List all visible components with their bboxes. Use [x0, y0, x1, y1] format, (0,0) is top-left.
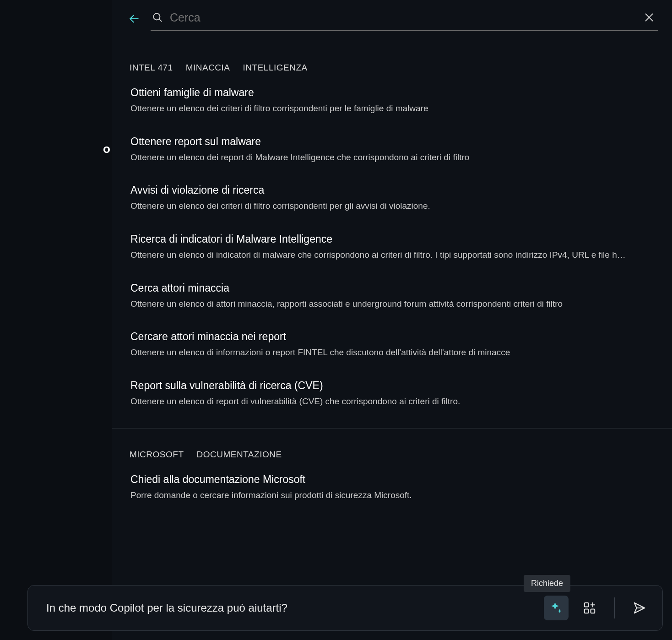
result-desc: Ottenere un elenco di indicatori di malw… [130, 249, 652, 261]
result-title: Report sulla vulnerabilità di ricerca (C… [130, 380, 658, 392]
sources-button[interactable] [580, 598, 600, 618]
result-item[interactable]: Ricerca di indicatori di Malware Intelli… [130, 233, 658, 261]
sparkle-icon [549, 601, 563, 615]
prompts-tooltip: Richiede [524, 575, 570, 592]
cutoff-text: o [103, 142, 110, 156]
search-field-wrapper [151, 6, 658, 31]
close-icon [643, 11, 655, 23]
result-item[interactable]: Cercare attori minaccia nei report Otten… [130, 331, 658, 358]
result-item[interactable]: Cerca attori minaccia Ottenere un elenco… [130, 282, 658, 310]
result-desc: Porre domande o cercare informazioni sui… [130, 489, 652, 501]
search-panel: INTEL 471 MINACCIA INTELLIGENZA Ottieni … [112, 0, 672, 640]
section-header-intel471: INTEL 471 MINACCIA INTELLIGENZA [130, 63, 658, 73]
close-button[interactable] [641, 9, 657, 26]
separator [614, 597, 615, 618]
prompt-actions: Richiede [544, 596, 650, 620]
svg-rect-4 [585, 603, 589, 607]
result-title: Ottenere report sul malware [130, 136, 658, 148]
section-header-part: DOCUMENTAZIONE [197, 450, 282, 460]
result-desc: Ottenere un elenco dei criteri di filtro… [130, 103, 652, 114]
section-header-part: INTEL 471 [130, 63, 173, 73]
result-desc: Ottenere un elenco di informazioni o rep… [130, 347, 652, 358]
search-input[interactable] [170, 11, 634, 24]
search-icon [152, 11, 163, 23]
section-header-microsoft-docs: MICROSOFT DOCUMENTAZIONE [130, 450, 658, 460]
result-desc: Ottenere un elenco di report di vulnerab… [130, 396, 652, 407]
svg-line-1 [159, 19, 162, 22]
result-desc: Ottenere un elenco di attori minaccia, r… [130, 298, 652, 310]
result-title: Cerca attori minaccia [130, 282, 658, 294]
result-title: Ottieni famiglie di malware [130, 87, 658, 99]
send-icon [633, 601, 646, 615]
prompt-bar: In che modo Copilot per la sicurezza può… [27, 585, 663, 631]
result-item[interactable]: Chiedi alla documentazione Microsoft Por… [130, 473, 658, 501]
left-panel-stub: o [0, 0, 112, 640]
result-title: Cercare attori minaccia nei report [130, 331, 658, 343]
back-button[interactable] [126, 11, 142, 27]
grid-plus-icon [583, 601, 596, 615]
result-desc: Ottenere un elenco dei report di Malware… [130, 152, 652, 163]
prompt-input[interactable]: In che modo Copilot per la sicurezza può… [46, 602, 544, 614]
section-header-part: INTELLIGENZA [243, 63, 308, 73]
result-item[interactable]: Ottieni famiglie di malware Ottenere un … [130, 87, 658, 114]
prompts-button[interactable]: Richiede [544, 596, 569, 620]
result-item[interactable]: Ottenere report sul malware Ottenere un … [130, 136, 658, 163]
search-bar-row [112, 0, 672, 31]
back-arrow-icon [127, 12, 141, 26]
result-item[interactable]: Report sulla vulnerabilità di ricerca (C… [130, 380, 658, 407]
svg-rect-5 [585, 609, 589, 613]
section-header-part: MICROSOFT [130, 450, 184, 460]
result-desc: Ottenere un elenco dei criteri di filtro… [130, 200, 652, 212]
section-header-part: MINACCIA [186, 63, 230, 73]
result-title: Ricerca di indicatori di Malware Intelli… [130, 233, 658, 245]
result-title: Chiedi alla documentazione Microsoft [130, 473, 658, 486]
results-list: INTEL 471 MINACCIA INTELLIGENZA Ottieni … [112, 31, 672, 640]
prompt-bar-wrapper: In che modo Copilot per la sicurezza può… [27, 585, 663, 631]
send-button[interactable] [629, 598, 650, 618]
svg-rect-6 [591, 609, 595, 613]
result-item[interactable]: Avvisi di violazione di ricerca Ottenere… [130, 184, 658, 212]
section-divider [112, 428, 672, 428]
result-title: Avvisi di violazione di ricerca [130, 184, 658, 196]
